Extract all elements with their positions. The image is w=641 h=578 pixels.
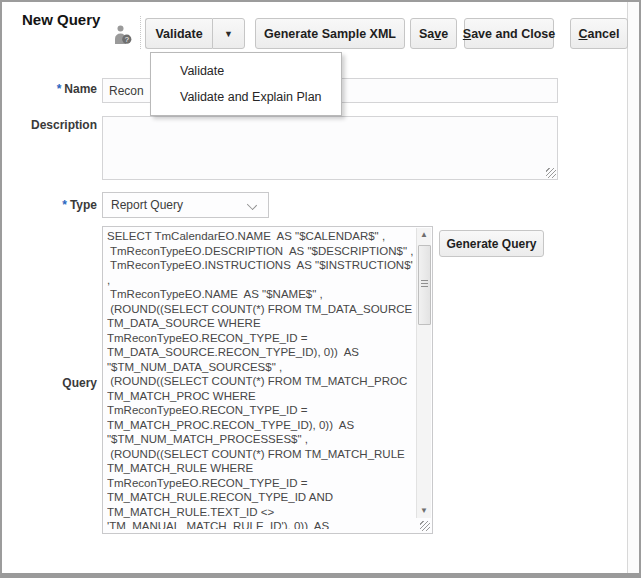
query-textarea[interactable]: SELECT TmCalendarEO.NAME AS "$CALENDAR$"…	[102, 226, 433, 534]
type-select[interactable]: Report Query	[102, 192, 269, 218]
description-resize-grip[interactable]	[546, 168, 556, 178]
validate-dropdown-button[interactable]: ▼	[212, 18, 245, 49]
save-button[interactable]: Save	[410, 18, 457, 49]
scroll-down-icon[interactable]: ▼	[417, 504, 431, 518]
generate-sample-xml-label: Generate Sample XML	[264, 27, 396, 41]
scroll-up-icon[interactable]: ▲	[417, 228, 431, 242]
validate-button-label: Validate	[155, 27, 202, 41]
validate-split-button: Validate ▼	[145, 18, 245, 49]
generate-sample-xml-button[interactable]: Generate Sample XML	[255, 18, 405, 49]
cancel-label: Cancel	[579, 27, 620, 41]
save-and-close-label: Save and Close	[463, 27, 555, 41]
dropdown-arrow-icon: ▼	[224, 29, 233, 39]
query-scrollbar[interactable]: ▲ ▼	[416, 228, 431, 518]
menu-item-validate[interactable]: Validate	[151, 58, 341, 84]
type-label: *Type	[2, 198, 97, 212]
type-select-value: Report Query	[111, 198, 183, 212]
right-gutter	[627, 2, 639, 573]
svg-text:?: ?	[125, 35, 129, 44]
query-scrollbar-thumb[interactable]	[418, 245, 431, 325]
generate-query-button[interactable]: Generate Query	[439, 230, 544, 257]
query-resize-grip[interactable]	[420, 521, 430, 531]
required-marker: *	[57, 82, 62, 96]
required-marker: *	[62, 198, 67, 212]
query-sql-text: SELECT TmCalendarEO.NAME AS "$CALENDAR$"…	[107, 229, 413, 529]
query-label: Query	[2, 376, 97, 390]
new-query-dialog: New Query ? Validate ▼ Generate Sample X…	[0, 0, 641, 578]
name-label: *Name	[2, 82, 97, 96]
description-label: Description	[2, 118, 97, 132]
chevron-down-icon	[247, 200, 257, 210]
page-title: New Query	[22, 10, 106, 29]
save-and-close-button[interactable]: Save and Close	[464, 18, 554, 49]
description-textarea[interactable]	[102, 116, 558, 180]
user-help-icon: ?	[114, 25, 132, 45]
generate-query-label: Generate Query	[446, 237, 536, 251]
menu-item-validate-and-explain-plan[interactable]: Validate and Explain Plan	[151, 84, 341, 110]
toolbar-separator	[140, 16, 141, 49]
validate-dropdown-menu: Validate Validate and Explain Plan	[150, 52, 342, 116]
validate-button[interactable]: Validate	[145, 18, 212, 49]
cancel-button[interactable]: Cancel	[570, 18, 628, 49]
save-label: Save	[419, 27, 448, 41]
